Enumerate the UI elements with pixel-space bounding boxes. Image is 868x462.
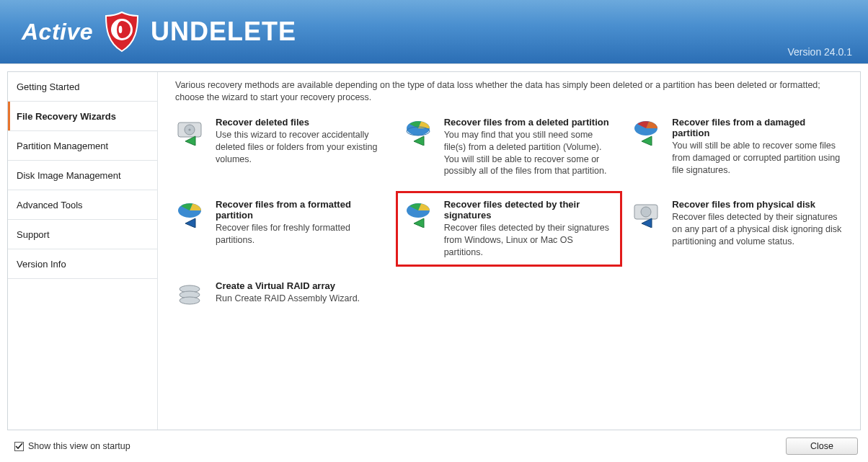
wizard-recover-damaged-partition[interactable]: Recover files from a damaged partition Y…: [632, 117, 843, 178]
wizard-recover-deleted-partition[interactable]: Recover files from a deleted partition Y…: [404, 117, 615, 178]
body-area: Getting Started File Recovery Wizards Pa…: [0, 63, 868, 462]
sidebar: Getting Started File Recovery Wizards Pa…: [8, 72, 158, 430]
close-button-label: Close: [810, 441, 833, 451]
wizard-grid: Recover deleted files Use this wizard to…: [175, 117, 843, 259]
checkbox-box: [14, 442, 24, 451]
wizard-title: Recover deleted files: [216, 117, 386, 128]
wizard-row-last: Create a Virtual RAID array Run Create R…: [175, 280, 396, 309]
wizard-desc: Recover files for freshly formatted part…: [216, 222, 386, 246]
wizard-title: Recover files from physical disk: [672, 199, 843, 210]
piechart-signatures-icon: [404, 199, 435, 228]
svg-point-4: [188, 128, 190, 130]
wizard-title: Recover files from a damaged partition: [672, 117, 843, 138]
raid-stack-icon: [175, 280, 207, 309]
logo-area: Active UNDELETE: [22, 11, 296, 53]
show-on-startup-label: Show this view on startup: [28, 441, 130, 451]
intro-text: Various recovery methods are available d…: [175, 72, 843, 117]
sidebar-item-label: Disk Image Management: [17, 170, 121, 181]
sidebar-item-label: File Recovery Wizards: [17, 111, 116, 122]
sidebar-item-label: Partition Management: [17, 141, 108, 151]
content-area: Various recovery methods are available d…: [158, 72, 860, 430]
version-label: Version 24.0.1: [787, 46, 852, 58]
sidebar-item-file-recovery-wizards[interactable]: File Recovery Wizards: [8, 102, 157, 131]
piechart-play-icon: [404, 117, 435, 146]
piechart-damaged-icon: [632, 117, 663, 146]
app-header: Active UNDELETE Version 24.0.1: [0, 0, 868, 63]
sidebar-item-label: Getting Started: [17, 81, 79, 92]
sidebar-item-label: Advanced Tools: [17, 200, 83, 210]
wizard-desc: You will still be able to recover some f…: [672, 140, 843, 177]
show-on-startup-checkbox[interactable]: Show this view on startup: [7, 441, 130, 451]
wizard-recover-physical-disk[interactable]: Recover files from physical disk Recover…: [632, 199, 843, 259]
wizard-title: Recover files from a formatted partition: [216, 199, 386, 221]
wizard-title: Recover files detected by their signatur…: [444, 199, 615, 221]
brand-prefix: Active: [22, 19, 93, 45]
inner-frame: Getting Started File Recovery Wizards Pa…: [7, 71, 861, 430]
footer-bar: Show this view on startup Close: [7, 436, 861, 456]
sidebar-item-getting-started[interactable]: Getting Started: [8, 72, 157, 102]
sidebar-item-label: Version Info: [17, 259, 66, 270]
wizard-recover-deleted-files[interactable]: Recover deleted files Use this wizard to…: [175, 117, 386, 178]
piechart-formatted-icon: [175, 199, 207, 228]
close-button[interactable]: Close: [786, 437, 858, 455]
wizard-desc: Use this wizard to recover accidentally …: [216, 129, 386, 166]
sidebar-item-version-info[interactable]: Version Info: [8, 249, 157, 279]
brand-main: UNDELETE: [151, 17, 296, 47]
physical-disk-icon: [632, 199, 663, 228]
hdd-recover-icon: [175, 117, 207, 146]
sidebar-item-support[interactable]: Support: [8, 220, 157, 249]
wizard-desc: You may find that you still need some fi…: [444, 129, 615, 178]
svg-point-1: [119, 26, 123, 33]
sidebar-item-advanced-tools[interactable]: Advanced Tools: [8, 190, 157, 220]
wizard-desc: Recover files detected by their signatur…: [444, 222, 615, 259]
wizard-recover-formatted-partition[interactable]: Recover files from a formatted partition…: [175, 199, 386, 259]
sidebar-item-partition-management[interactable]: Partition Management: [8, 131, 157, 161]
wizard-recover-by-signatures[interactable]: Recover files detected by their signatur…: [402, 197, 616, 260]
svg-point-11: [641, 207, 651, 217]
wizard-desc: Run Create RAID Assembly Wizard.: [216, 293, 360, 305]
shield-logo-icon: [103, 11, 141, 53]
sidebar-item-label: Support: [17, 229, 50, 240]
svg-point-14: [180, 297, 200, 304]
wizard-title: Recover files from a deleted partition: [444, 117, 615, 128]
wizard-desc: Recover files detected by their signatur…: [672, 211, 843, 248]
sidebar-item-disk-image-management[interactable]: Disk Image Management: [8, 161, 157, 190]
wizard-create-virtual-raid[interactable]: Create a Virtual RAID array Run Create R…: [175, 280, 396, 309]
wizard-title: Create a Virtual RAID array: [216, 280, 360, 291]
